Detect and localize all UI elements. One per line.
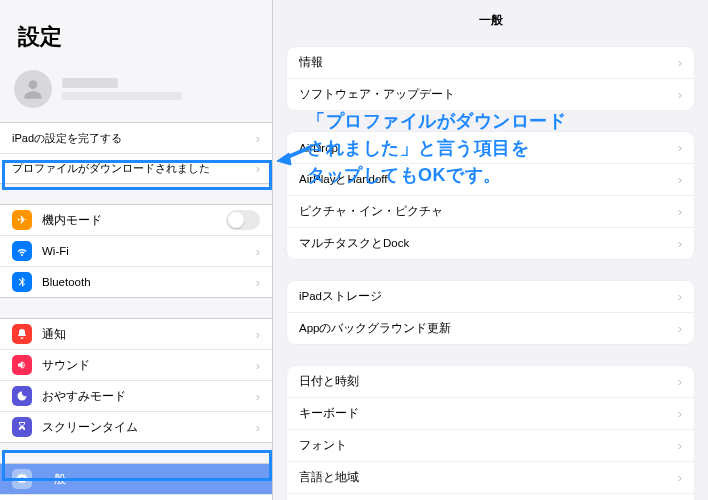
detail-title: 一般 [273, 0, 708, 47]
date-time-row[interactable]: 日付と時刻› [287, 366, 694, 397]
chevron-right-icon: › [678, 87, 682, 102]
keyboard-row[interactable]: キーボード› [287, 397, 694, 429]
chevron-right-icon: › [256, 420, 260, 435]
chevron-right-icon: › [678, 438, 682, 453]
chevron-right-icon: › [256, 389, 260, 404]
chevron-right-icon: › [256, 275, 260, 290]
bell-icon [12, 324, 32, 344]
speaker-icon [12, 355, 32, 375]
svg-point-0 [29, 80, 38, 89]
chevron-right-icon: › [256, 131, 260, 146]
wifi-icon [12, 241, 32, 261]
chevron-right-icon: › [678, 406, 682, 421]
chevron-right-icon: › [678, 236, 682, 251]
notifications-row[interactable]: 通知 › [0, 319, 272, 349]
pip-row[interactable]: ピクチャ・イン・ピクチャ› [287, 195, 694, 227]
chevron-right-icon: › [678, 204, 682, 219]
general-row[interactable]: 一般 [0, 464, 272, 494]
bluetooth-icon [12, 272, 32, 292]
chevron-right-icon: › [678, 172, 682, 187]
bluetooth-row[interactable]: Bluetooth › [0, 266, 272, 297]
settings-title: 設定 [0, 8, 272, 62]
dictionary-row[interactable]: 辞書› [287, 493, 694, 500]
chevron-right-icon: › [678, 470, 682, 485]
about-row[interactable]: 情報› [287, 47, 694, 78]
sidebar: 設定 iPadの設定を完了する › プロファイルがダウンロードされました › ✈… [0, 0, 273, 500]
account-redacted [62, 78, 182, 100]
chevron-right-icon: › [256, 244, 260, 259]
moon-icon [12, 386, 32, 406]
font-row[interactable]: フォント› [287, 429, 694, 461]
chevron-right-icon: › [256, 327, 260, 342]
arrow-icon [277, 143, 313, 171]
svg-marker-1 [277, 153, 291, 165]
chevron-right-icon: › [678, 55, 682, 70]
language-row[interactable]: 言語と地域› [287, 461, 694, 493]
gear-icon [12, 469, 32, 489]
airplane-icon: ✈ [12, 210, 32, 230]
callout-text: 「プロファイルがダウンロード されました」と言う項目を タップしてもOKです。 [307, 108, 566, 189]
airplane-toggle[interactable] [226, 210, 260, 230]
profile-downloaded-row[interactable]: プロファイルがダウンロードされました › [0, 153, 272, 183]
dnd-row[interactable]: おやすみモード › [0, 380, 272, 411]
airplane-mode-row[interactable]: ✈ 機内モード [0, 205, 272, 235]
chevron-right-icon: › [256, 161, 260, 176]
avatar [14, 70, 52, 108]
account-row[interactable] [0, 62, 272, 122]
chevron-right-icon: › [256, 358, 260, 373]
multitask-row[interactable]: マルチタスクとDock› [287, 227, 694, 259]
storage-row[interactable]: iPadストレージ› [287, 281, 694, 312]
wifi-row[interactable]: Wi-Fi › [0, 235, 272, 266]
sounds-row[interactable]: サウンド › [0, 349, 272, 380]
hourglass-icon [12, 417, 32, 437]
detail-pane: 一般 情報› ソフトウェア・アップデート› AirDrop› AirPlayとH… [273, 0, 708, 500]
chevron-right-icon: › [678, 374, 682, 389]
bg-refresh-row[interactable]: Appのバックグラウンド更新› [287, 312, 694, 344]
chevron-right-icon: › [678, 289, 682, 304]
software-update-row[interactable]: ソフトウェア・アップデート› [287, 78, 694, 110]
chevron-right-icon: › [678, 140, 682, 155]
finish-setup-row[interactable]: iPadの設定を完了する › [0, 123, 272, 153]
screentime-row[interactable]: スクリーンタイム › [0, 411, 272, 442]
chevron-right-icon: › [678, 321, 682, 336]
control-center-row[interactable]: コントロールセンター › [0, 494, 272, 500]
